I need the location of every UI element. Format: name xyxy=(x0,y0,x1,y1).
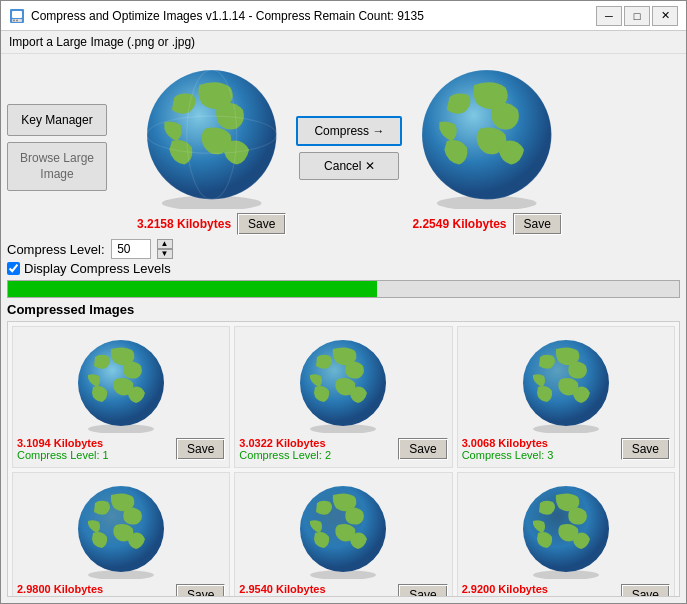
compressed-images-section-label: Compressed Images xyxy=(7,302,680,317)
compressed-item-save-button-3[interactable]: Save xyxy=(176,584,225,597)
compressed-item: 2.9800 Kilobytes Compress Level: 4 Save xyxy=(12,472,230,597)
top-section: Key Manager Browse LargeImage xyxy=(7,60,680,235)
compress-level-row: Compress Level: ▲ ▼ xyxy=(7,239,680,259)
minimize-button[interactable]: ─ xyxy=(596,6,622,26)
spinner-down-button[interactable]: ▼ xyxy=(157,249,173,259)
compressed-item: 2.9200 Kilobytes Compress Level: 6 Save xyxy=(457,472,675,597)
compressed-item-info-1: 3.0322 Kilobytes Compress Level: 2 Save xyxy=(239,437,447,461)
compress-level-label-3: Compress Level: 4 xyxy=(17,595,109,597)
compressed-item-info-0: 3.1094 Kilobytes Compress Level: 1 Save xyxy=(17,437,225,461)
progress-bar-fill xyxy=(8,281,377,297)
svg-point-3 xyxy=(13,19,15,21)
compressed-globe-3 xyxy=(71,479,171,579)
compressed-item-save-button-1[interactable]: Save xyxy=(398,438,447,460)
original-file-size: 3.2158 Kilobytes xyxy=(137,217,231,231)
compress-level-label-4: Compress Level: 5 xyxy=(239,595,331,597)
compressed-item-info-3: 2.9800 Kilobytes Compress Level: 4 Save xyxy=(17,583,225,597)
browse-large-image-button[interactable]: Browse LargeImage xyxy=(7,142,107,191)
compress-level-label-1: Compress Level: 2 xyxy=(239,449,331,461)
compress-level-label: Compress Level: xyxy=(7,242,105,257)
compressed-item-info-4: 2.9540 Kilobytes Compress Level: 5 Save xyxy=(239,583,447,597)
compress-level-label-2: Compress Level: 3 xyxy=(462,449,554,461)
compress-level-input[interactable] xyxy=(111,239,151,259)
compressed-globe-4 xyxy=(293,479,393,579)
compress-controls: Compress → Cancel ✕ xyxy=(296,116,402,180)
compressed-globe-1 xyxy=(293,333,393,433)
compressed-item-save-button-5[interactable]: Save xyxy=(621,584,670,597)
svg-point-4 xyxy=(16,19,18,21)
compress-level-label-5: Compress Level: 6 xyxy=(462,595,554,597)
compress-level-label-0: Compress Level: 1 xyxy=(17,449,109,461)
compressed-text-0: 3.1094 Kilobytes Compress Level: 1 xyxy=(17,437,109,461)
compressed-item: 3.1094 Kilobytes Compress Level: 1 Save xyxy=(12,326,230,468)
original-image-box: 3.2158 Kilobytes Save xyxy=(137,60,286,235)
compressed-item: 2.9540 Kilobytes Compress Level: 5 Save xyxy=(234,472,452,597)
compressed-preview-size: 2.2549 Kilobytes xyxy=(412,217,506,231)
compressed-globe-0 xyxy=(71,333,171,433)
compressed-text-1: 3.0322 Kilobytes Compress Level: 2 xyxy=(239,437,331,461)
compress-level-spinner: ▲ ▼ xyxy=(157,239,173,259)
display-compress-levels-label: Display Compress Levels xyxy=(24,261,171,276)
svg-rect-1 xyxy=(12,11,22,18)
compressed-text-3: 2.9800 Kilobytes Compress Level: 4 xyxy=(17,583,109,597)
menu-bar: Import a Large Image (.png or .jpg) xyxy=(1,31,686,54)
compressed-item-info-5: 2.9200 Kilobytes Compress Level: 6 Save xyxy=(462,583,670,597)
compressed-preview-save-button[interactable]: Save xyxy=(513,213,562,235)
compressed-preview-box: 2.2549 Kilobytes Save xyxy=(412,60,561,235)
original-file-row: 3.2158 Kilobytes Save xyxy=(137,213,286,235)
display-compress-levels-checkbox[interactable] xyxy=(7,262,20,275)
display-compress-levels-row: Display Compress Levels xyxy=(7,261,680,276)
main-content: Key Manager Browse LargeImage xyxy=(1,54,686,603)
left-controls: Key Manager Browse LargeImage xyxy=(7,104,127,191)
compressed-globe-2 xyxy=(516,333,616,433)
key-manager-button[interactable]: Key Manager xyxy=(7,104,107,136)
compressed-size-1: 3.0322 Kilobytes xyxy=(239,437,331,449)
compressed-text-2: 3.0068 Kilobytes Compress Level: 3 xyxy=(462,437,554,461)
compressed-item-save-button-2[interactable]: Save xyxy=(621,438,670,460)
original-globe-image xyxy=(137,60,286,209)
compressed-item-info-2: 3.0068 Kilobytes Compress Level: 3 Save xyxy=(462,437,670,461)
window-controls: ─ □ ✕ xyxy=(596,6,678,26)
spinner-up-button[interactable]: ▲ xyxy=(157,239,173,249)
compressed-size-0: 3.1094 Kilobytes xyxy=(17,437,109,449)
compressed-item: 3.0068 Kilobytes Compress Level: 3 Save xyxy=(457,326,675,468)
app-icon xyxy=(9,8,25,24)
title-bar: Compress and Optimize Images v1.1.14 - C… xyxy=(1,1,686,31)
close-button[interactable]: ✕ xyxy=(652,6,678,26)
cancel-button[interactable]: Cancel ✕ xyxy=(299,152,399,180)
compressed-size-2: 3.0068 Kilobytes xyxy=(462,437,554,449)
compress-button[interactable]: Compress → xyxy=(296,116,402,146)
compressed-text-5: 2.9200 Kilobytes Compress Level: 6 xyxy=(462,583,554,597)
compressed-size-3: 2.9800 Kilobytes xyxy=(17,583,109,595)
compressed-size-5: 2.9200 Kilobytes xyxy=(462,583,554,595)
original-save-button[interactable]: Save xyxy=(237,213,286,235)
maximize-button[interactable]: □ xyxy=(624,6,650,26)
compressed-size-4: 2.9540 Kilobytes xyxy=(239,583,331,595)
window-title: Compress and Optimize Images v1.1.14 - C… xyxy=(31,9,596,23)
progress-bar-container xyxy=(7,280,680,298)
compressed-item-save-button-4[interactable]: Save xyxy=(398,584,447,597)
compressed-text-4: 2.9540 Kilobytes Compress Level: 5 xyxy=(239,583,331,597)
compressed-preview-file-row: 2.2549 Kilobytes Save xyxy=(412,213,561,235)
compressed-images-grid: 3.1094 Kilobytes Compress Level: 1 Save xyxy=(8,322,679,597)
compressed-item-save-button-0[interactable]: Save xyxy=(176,438,225,460)
compressed-globe-image xyxy=(412,60,561,209)
compressed-images-scroll-area[interactable]: 3.1094 Kilobytes Compress Level: 1 Save xyxy=(7,321,680,597)
compressed-globe-5 xyxy=(516,479,616,579)
menu-label: Import a Large Image (.png or .jpg) xyxy=(9,35,195,49)
main-window: Compress and Optimize Images v1.1.14 - C… xyxy=(0,0,687,604)
compressed-item: 3.0322 Kilobytes Compress Level: 2 Save xyxy=(234,326,452,468)
